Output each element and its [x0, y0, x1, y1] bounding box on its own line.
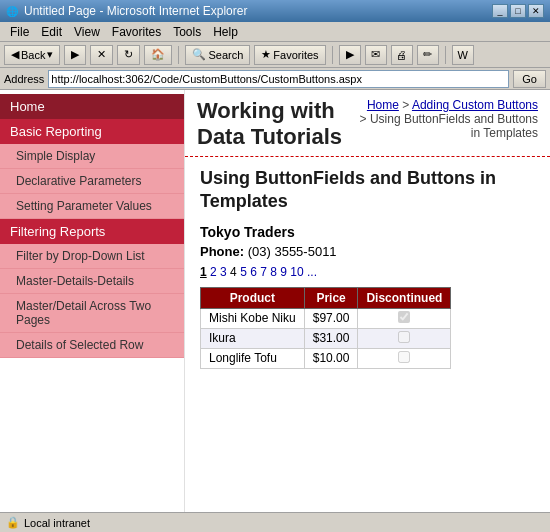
stop-button[interactable]: ✕ — [90, 45, 113, 65]
cell-product: Mishi Kobe Niku — [201, 308, 305, 328]
cell-price: $31.00 — [304, 328, 358, 348]
back-button[interactable]: ◀ Back ▾ — [4, 45, 60, 65]
print-button[interactable]: 🖨 — [391, 45, 413, 65]
sidebar-item-filtering-reports[interactable]: Filtering Reports — [0, 219, 184, 244]
sidebar-item-filter-dropdown[interactable]: Filter by Drop-Down List — [0, 244, 184, 269]
data-table: Product Price Discontinued Mishi Kobe Ni… — [200, 287, 451, 369]
edit-button[interactable]: ✏ — [417, 45, 439, 65]
breadcrumb-current: Using ButtonFields and Buttons in Templa… — [370, 112, 538, 140]
page-7[interactable]: 7 — [260, 265, 267, 279]
site-title: Working with Data Tutorials — [197, 98, 358, 150]
status-bar: 🔒 Local intranet — [0, 512, 550, 532]
home-button[interactable]: 🏠 — [144, 45, 172, 65]
address-bar: Address Go — [0, 68, 550, 90]
breadcrumb-sep-2: > — [360, 112, 370, 126]
sidebar: Home Basic Reporting Simple Display Decl… — [0, 90, 185, 512]
separator-1 — [178, 46, 179, 64]
main-content: Using ButtonFields and Buttons in Templa… — [185, 157, 550, 379]
dropdown-arrow-icon: ▾ — [47, 48, 53, 61]
discontinued-checkbox[interactable] — [398, 351, 410, 363]
discontinued-checkbox[interactable] — [398, 311, 410, 323]
breadcrumb-home[interactable]: Home — [367, 98, 399, 112]
page-title: Using ButtonFields and Buttons in Templa… — [200, 167, 535, 214]
separator-3 — [445, 46, 446, 64]
sidebar-item-declarative-parameters[interactable]: Declarative Parameters — [0, 169, 184, 194]
title-bar: 🌐 Untitled Page - Microsoft Internet Exp… — [0, 0, 550, 22]
menu-edit[interactable]: Edit — [35, 23, 68, 41]
msn-button[interactable]: W — [452, 45, 474, 65]
table-row: Longlife Tofu$10.00 — [201, 348, 451, 368]
go-button[interactable]: Go — [513, 70, 546, 88]
browser-icon: 🌐 — [6, 6, 18, 17]
page-10[interactable]: 10 — [290, 265, 303, 279]
page-3[interactable]: 3 — [220, 265, 227, 279]
sidebar-item-home[interactable]: Home — [0, 94, 184, 119]
status-text: Local intranet — [24, 517, 90, 529]
menu-bar: File Edit View Favorites Tools Help — [0, 22, 550, 42]
cell-price: $10.00 — [304, 348, 358, 368]
minimize-button[interactable]: _ — [492, 4, 508, 18]
breadcrumb-sep-1: > — [402, 98, 412, 112]
menu-tools[interactable]: Tools — [167, 23, 207, 41]
discontinued-checkbox[interactable] — [398, 331, 410, 343]
page-2[interactable]: 2 — [210, 265, 217, 279]
toolbar: ◀ Back ▾ ▶ ✕ ↻ 🏠 🔍 Search ★ Favorites ▶ … — [0, 42, 550, 68]
sidebar-item-master-detail-two-pages[interactable]: Master/Detail Across Two Pages — [0, 294, 184, 333]
back-arrow-icon: ◀ — [11, 48, 19, 61]
page-6[interactable]: 6 — [250, 265, 257, 279]
refresh-button[interactable]: ↻ — [117, 45, 140, 65]
page-4-static: 4 — [230, 265, 237, 279]
cell-discontinued — [358, 328, 451, 348]
cell-discontinued — [358, 348, 451, 368]
forward-arrow-icon: ▶ — [71, 48, 79, 61]
address-label: Address — [4, 73, 44, 85]
sidebar-item-master-details[interactable]: Master-Details-Details — [0, 269, 184, 294]
search-icon: 🔍 — [192, 48, 206, 61]
page-5[interactable]: 5 — [240, 265, 247, 279]
sidebar-item-details-selected-row[interactable]: Details of Selected Row — [0, 333, 184, 358]
phone-label: Phone: — [200, 244, 244, 259]
phone-line: Phone: (03) 3555-5011 — [200, 244, 535, 259]
cell-discontinued — [358, 308, 451, 328]
cell-product: Longlife Tofu — [201, 348, 305, 368]
pagination: 1 2 3 4 5 6 7 8 9 10 ... — [200, 265, 535, 279]
favorites-button[interactable]: ★ Favorites — [254, 45, 325, 65]
page-more[interactable]: ... — [307, 265, 317, 279]
col-header-discontinued: Discontinued — [358, 287, 451, 308]
menu-file[interactable]: File — [4, 23, 35, 41]
col-header-price: Price — [304, 287, 358, 308]
page-9[interactable]: 9 — [280, 265, 287, 279]
table-row: Ikura$31.00 — [201, 328, 451, 348]
cell-product: Ikura — [201, 328, 305, 348]
star-icon: ★ — [261, 48, 271, 61]
page-8[interactable]: 8 — [270, 265, 277, 279]
security-icon: 🔒 — [6, 516, 20, 529]
phone-value: (03) 3555-5011 — [248, 244, 337, 259]
media-button[interactable]: ▶ — [339, 45, 361, 65]
maximize-button[interactable]: □ — [510, 4, 526, 18]
col-header-product: Product — [201, 287, 305, 308]
sidebar-item-basic-reporting[interactable]: Basic Reporting — [0, 119, 184, 144]
menu-favorites[interactable]: Favorites — [106, 23, 167, 41]
sidebar-item-simple-display[interactable]: Simple Display — [0, 144, 184, 169]
close-button[interactable]: ✕ — [528, 4, 544, 18]
window-controls[interactable]: _ □ ✕ — [492, 4, 544, 18]
cell-price: $97.00 — [304, 308, 358, 328]
page-1[interactable]: 1 — [200, 265, 207, 279]
menu-help[interactable]: Help — [207, 23, 244, 41]
company-name: Tokyo Traders — [200, 224, 535, 240]
menu-view[interactable]: View — [68, 23, 106, 41]
sidebar-item-setting-parameter-values[interactable]: Setting Parameter Values — [0, 194, 184, 219]
table-row: Mishi Kobe Niku$97.00 — [201, 308, 451, 328]
forward-button[interactable]: ▶ — [64, 45, 86, 65]
search-button[interactable]: 🔍 Search — [185, 45, 250, 65]
breadcrumb-custom-buttons[interactable]: Adding Custom Buttons — [412, 98, 538, 112]
address-input[interactable] — [48, 70, 509, 88]
mail-button[interactable]: ✉ — [365, 45, 387, 65]
site-title-area: Working with Data Tutorials — [197, 98, 358, 152]
window-title: Untitled Page - Microsoft Internet Explo… — [24, 4, 486, 18]
separator-2 — [332, 46, 333, 64]
breadcrumb: Home > Adding Custom Buttons > Using But… — [358, 98, 538, 140]
content-area: Home Basic Reporting Simple Display Decl… — [0, 90, 550, 512]
